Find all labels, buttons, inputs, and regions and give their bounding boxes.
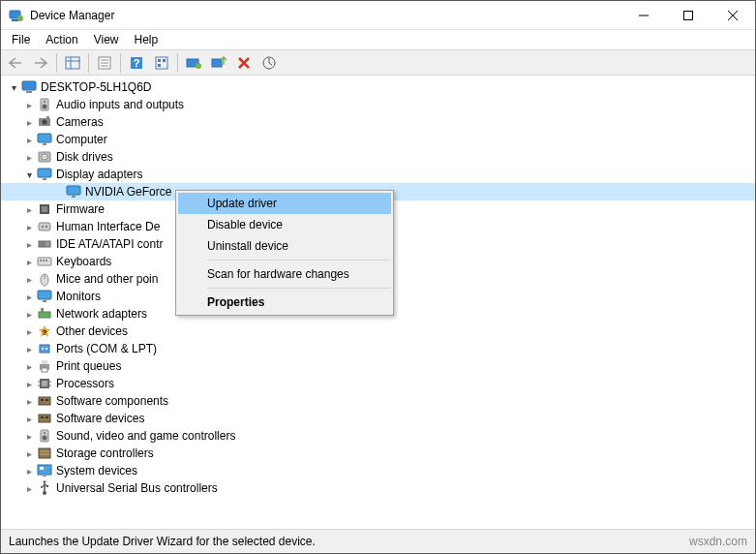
- tree-label: Disk drives: [56, 150, 121, 164]
- cpu-icon: [37, 376, 52, 391]
- expand-caret[interactable]: ▸: [22, 292, 37, 302]
- svg-rect-16: [156, 57, 167, 69]
- svg-point-46: [42, 226, 44, 228]
- category-component[interactable]: ▸Software devices: [1, 410, 755, 427]
- category-port[interactable]: ▸Ports (COM & LPT): [1, 340, 755, 357]
- ctx-update-driver[interactable]: Update driver: [178, 193, 391, 214]
- svg-rect-80: [45, 416, 48, 418]
- properties-button[interactable]: [93, 52, 116, 74]
- menu-view[interactable]: View: [86, 31, 127, 48]
- close-button[interactable]: [711, 1, 755, 29]
- other-icon: ?: [37, 323, 52, 339]
- svg-rect-55: [45, 260, 47, 262]
- ctx-scan-hardware[interactable]: Scan for hardware changes: [178, 263, 391, 285]
- help-button[interactable]: ?: [125, 52, 148, 74]
- svg-rect-84: [39, 448, 50, 458]
- expand-caret[interactable]: ▸: [22, 326, 37, 337]
- system-icon: [37, 463, 52, 478]
- tree-label: System devices: [56, 464, 145, 477]
- category-monitor[interactable]: ▾Display adapters: [1, 166, 755, 183]
- toolbar: ?: [1, 49, 755, 76]
- svg-rect-75: [39, 397, 50, 405]
- expand-caret[interactable]: ▸: [22, 152, 37, 163]
- tree-label: Other devices: [56, 324, 136, 338]
- tree-label: NVIDIA GeForce: [85, 185, 179, 199]
- monitor-icon: [37, 167, 52, 182]
- network-icon: [37, 306, 52, 322]
- menu-action[interactable]: Action: [38, 31, 85, 48]
- uninstall-button[interactable]: [207, 52, 230, 74]
- category-monitor[interactable]: ▸Computer: [1, 131, 755, 148]
- svg-text:?: ?: [134, 57, 140, 69]
- expand-caret[interactable]: ▾: [7, 82, 21, 93]
- category-component[interactable]: ▸Software components: [1, 392, 755, 410]
- monitor-icon: [37, 289, 52, 304]
- category-disk[interactable]: ▸Disk drives: [1, 148, 755, 166]
- expand-caret[interactable]: ▸: [22, 257, 37, 267]
- category-system[interactable]: ▸System devices: [1, 462, 755, 479]
- computer-icon: [21, 79, 37, 95]
- expand-caret[interactable]: ▸: [22, 466, 37, 477]
- category-camera[interactable]: ▸Cameras: [1, 113, 755, 131]
- svg-rect-67: [42, 360, 47, 364]
- component-icon: [37, 411, 52, 426]
- category-printer[interactable]: ▸Print queues: [1, 357, 755, 375]
- category-cpu[interactable]: ▸Processors: [1, 375, 755, 392]
- expand-caret[interactable]: ▸: [22, 135, 37, 145]
- tree-label: Display adapters: [56, 168, 150, 181]
- category-speaker[interactable]: ▸Audio inputs and outputs: [1, 96, 755, 113]
- scan-button[interactable]: [257, 52, 281, 74]
- svg-rect-33: [46, 116, 49, 118]
- app-icon: [9, 8, 24, 23]
- svg-rect-19: [158, 64, 161, 67]
- tree-label: DESKTOP-5LH1Q6D: [41, 80, 160, 94]
- update-driver-button[interactable]: [182, 52, 205, 74]
- expand-caret[interactable]: ▸: [22, 448, 37, 459]
- minimize-button[interactable]: [621, 1, 666, 29]
- expand-caret[interactable]: ▸: [22, 222, 37, 232]
- expand-caret[interactable]: ▸: [22, 274, 37, 285]
- ide-icon: [37, 236, 52, 252]
- tree-root[interactable]: ▾DESKTOP-5LH1Q6D: [1, 78, 755, 96]
- expand-caret[interactable]: ▸: [22, 344, 37, 354]
- category-speaker[interactable]: ▸Sound, video and game controllers: [1, 427, 755, 445]
- category-storage[interactable]: ▸Storage controllers: [1, 445, 755, 462]
- expand-caret[interactable]: ▸: [22, 414, 37, 424]
- tree-label: Human Interface De: [56, 220, 167, 233]
- svg-point-21: [196, 63, 201, 69]
- monitor-icon: [37, 132, 52, 147]
- disable-button[interactable]: [232, 52, 256, 74]
- tree-label: Print queues: [56, 359, 129, 373]
- expand-caret[interactable]: ▸: [22, 396, 37, 407]
- svg-rect-70: [42, 381, 47, 386]
- svg-rect-59: [43, 300, 46, 302]
- menu-file[interactable]: File: [4, 31, 38, 48]
- back-button[interactable]: [4, 52, 27, 74]
- menu-help[interactable]: Help: [127, 31, 166, 48]
- expand-caret[interactable]: ▸: [22, 309, 37, 320]
- ctx-uninstall-device[interactable]: Uninstall device: [178, 235, 391, 257]
- expand-caret[interactable]: ▸: [22, 239, 37, 250]
- action-button[interactable]: [150, 52, 173, 74]
- category-other[interactable]: ▸?Other devices: [1, 323, 755, 340]
- show-hide-tree-button[interactable]: [61, 52, 84, 74]
- ctx-disable-device[interactable]: Disable device: [178, 214, 391, 235]
- maximize-button[interactable]: [666, 1, 711, 29]
- expand-caret[interactable]: ▸: [22, 117, 37, 128]
- svg-point-65: [45, 348, 47, 350]
- tree-label: Audio inputs and outputs: [56, 98, 192, 111]
- expand-caret[interactable]: ▸: [22, 361, 37, 372]
- expand-caret[interactable]: ▸: [22, 483, 37, 494]
- expand-caret[interactable]: ▾: [22, 169, 37, 180]
- expand-caret[interactable]: ▸: [22, 204, 37, 215]
- category-usb[interactable]: ▸Universal Serial Bus controllers: [1, 479, 755, 497]
- expand-caret[interactable]: ▸: [22, 100, 37, 110]
- expand-caret[interactable]: ▸: [22, 379, 37, 389]
- expand-caret[interactable]: ▸: [22, 431, 37, 442]
- storage-icon: [37, 446, 52, 461]
- watermark: wsxdn.com: [689, 535, 747, 548]
- svg-rect-18: [163, 59, 166, 62]
- tree-label: Storage controllers: [56, 446, 162, 460]
- ctx-properties[interactable]: Properties: [178, 292, 391, 313]
- forward-button[interactable]: [29, 52, 52, 74]
